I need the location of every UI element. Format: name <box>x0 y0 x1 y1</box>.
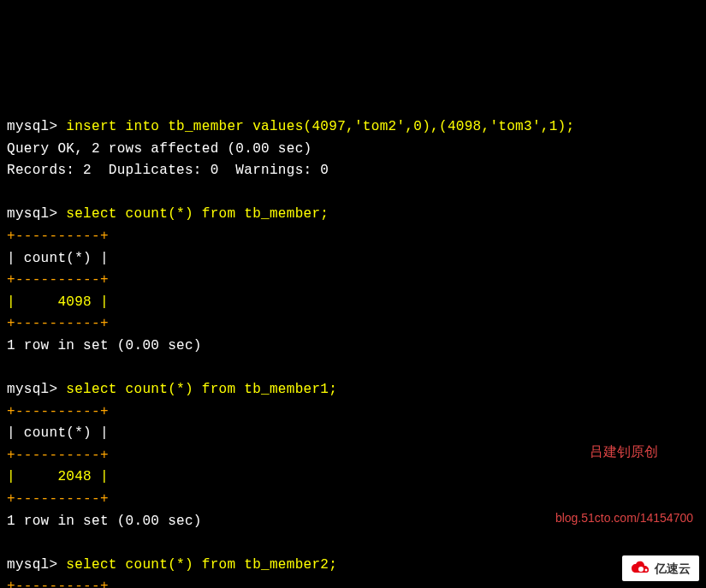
query-footer: 1 row in set (0.00 sec) <box>7 338 202 353</box>
table-border: +----------+ <box>7 229 109 244</box>
table-border: +----------+ <box>7 579 109 588</box>
table-value: | 2048 | <box>7 469 109 484</box>
table-header: | count(*) | <box>7 425 109 441</box>
mysql-prompt: mysql> insert into tb_member values(4097… <box>7 119 574 134</box>
table-border: +----------+ <box>7 448 109 463</box>
sql-select-command: select count(*) from tb_member1; <box>66 382 337 397</box>
mysql-prompt: mysql> select count(*) from tb_member; <box>7 206 329 222</box>
query-result: Query OK, 2 rows affected (0.00 sec) <box>7 141 311 157</box>
logo-text: 亿速云 <box>655 559 691 578</box>
svg-point-1 <box>645 568 648 571</box>
table-value: | 4098 | <box>7 294 109 310</box>
table-border: +----------+ <box>7 491 109 507</box>
mysql-prompt: mysql> select count(*) from tb_member2; <box>7 557 337 573</box>
query-records: Records: 2 Duplicates: 0 Warnings: 0 <box>7 163 329 178</box>
table-border: +----------+ <box>7 316 109 331</box>
sql-select-command: select count(*) from tb_member; <box>66 206 329 222</box>
query-footer: 1 row in set (0.00 sec) <box>7 514 202 529</box>
watermark-author: 吕建钊原创 <box>555 441 693 463</box>
table-border: +----------+ <box>7 404 109 419</box>
table-header: | count(*) | <box>7 251 109 266</box>
table-border: +----------+ <box>7 272 109 288</box>
watermark: 吕建钊原创 blog.51cto.com/14154700 <box>555 397 693 549</box>
site-logo: 亿速云 <box>622 555 699 581</box>
cloud-icon <box>631 561 651 576</box>
sql-insert-command: insert into tb_member values(4097,'tom2'… <box>66 119 574 134</box>
sql-select-command: select count(*) from tb_member2; <box>66 557 337 573</box>
watermark-url: blog.51cto.com/14154700 <box>555 508 693 527</box>
mysql-prompt: mysql> select count(*) from tb_member1; <box>7 382 337 397</box>
